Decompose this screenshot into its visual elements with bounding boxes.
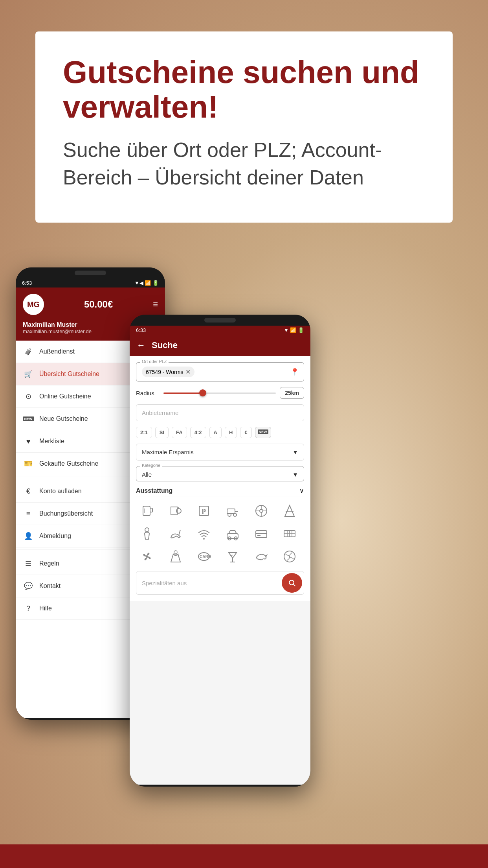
euro-icon: € [23,486,34,497]
subtitle: Suche über Ort oder PLZ; Account-Bereich… [63,136,425,191]
icon-solar[interactable] [279,524,301,544]
search-button[interactable] [282,573,302,593]
svg-point-42 [289,580,294,585]
svg-rect-8 [227,509,235,514]
phone-notch-left [16,267,165,278]
radius-label: Radius [136,390,160,396]
radius-thumb[interactable] [199,389,206,396]
icon-woman[interactable] [136,524,158,544]
person-icon: 👤 [23,531,34,542]
icon-dolphin[interactable] [250,547,272,566]
ausstattung-label: Ausstattung [136,487,172,494]
chip-a[interactable]: A [209,427,222,438]
heart-icon: ♥ [23,436,34,447]
icon-cocktail[interactable] [222,547,244,566]
svg-point-20 [145,528,149,532]
time-left: 6:53 [22,280,32,286]
kategorie-inner: Alle ▼ [142,470,298,478]
svg-rect-1 [150,508,152,512]
status-icons-right: ▼ 📶 🔋 [284,327,304,333]
icon-wifi[interactable] [193,524,215,544]
radius-slider[interactable] [163,389,276,397]
chip-si[interactable]: SI [155,427,169,438]
header-amount: 50.00€ [84,299,113,310]
globe-icon: ⊙ [23,391,34,402]
search-title: Suche [152,340,178,350]
chip-4to2[interactable]: 4:2 [190,427,206,438]
svg-line-21 [179,530,180,535]
bottom-nav-right: ◁ ● ■ [130,785,310,787]
icon-machine[interactable] [165,501,187,521]
icon-credit[interactable]: CARD [193,547,215,566]
hamburger-menu[interactable]: ≡ [153,299,158,310]
svg-rect-23 [227,534,238,538]
mg-logo: MG [23,294,44,315]
svg-text:CARD: CARD [200,555,211,559]
svg-point-34 [146,555,148,558]
kategorie-label: Kategorie [140,463,162,468]
svg-point-22 [203,538,205,540]
kategorie-chevron: ▼ [292,471,298,478]
svg-rect-26 [256,531,267,538]
svg-line-43 [294,584,295,586]
radius-track [163,393,276,394]
kategorie-field[interactable]: Kategorie Alle ▼ [136,466,304,481]
status-bar-right: 6:33 ▼ 📶 🔋 [130,326,310,335]
chip-h[interactable]: H [225,427,237,438]
svg-text:P: P [202,508,206,516]
phone-notch-right [130,315,310,326]
filter-chips: 2:1 SI FA 4:2 A H € NEW [136,427,304,438]
location-pin-icon: 📍 [290,368,299,376]
ticket-icon: 🎫 [23,458,34,469]
location-field-label: Ort oder PLZ [140,359,169,364]
search-content: Ort oder PLZ 67549 - Worms ✕ 📍 Radius 25… [130,356,310,601]
radius-value: 25km [280,387,304,399]
icon-dress[interactable] [165,547,187,566]
svg-marker-18 [285,505,294,516]
icon-heels[interactable] [165,524,187,544]
search-header: ← Suche [130,335,310,356]
icon-beer[interactable] [136,501,158,521]
headline: Gutscheine suchen und verwalten! [63,55,425,124]
chip-fa[interactable]: FA [172,427,187,438]
chip-2to1[interactable]: 2:1 [136,427,152,438]
icon-grid: P [136,501,304,566]
max-savings-label: Maximale Ersparnis [142,449,194,455]
ausstattung-chevron: ∨ [299,487,304,494]
rules-icon: ☰ [23,558,34,569]
specialities-row[interactable]: Spezialitäten aus [136,571,304,595]
kategorie-value: Alle [142,471,152,478]
max-savings-dropdown[interactable]: Maximale Ersparnis ▼ [136,444,304,461]
briefcase-icon [23,346,34,357]
phone-right-content: ← Suche Ort oder PLZ 67549 - Worms ✕ 📍 R… [130,335,310,785]
icon-trailer[interactable] [222,501,244,521]
new-icon: NEW [23,413,34,424]
status-icons-left: ▼◀ 📶 🔋 [134,280,159,286]
phone-right: 6:33 ▼ 📶 🔋 ← Suche Ort oder PLZ 67549 - … [130,315,310,787]
location-tag: 67549 - Worms ✕ [142,367,194,377]
back-arrow-button[interactable]: ← [137,340,145,350]
top-card: Gutscheine suchen und verwalten! Suche ü… [35,31,453,223]
status-bar-left: 6:53 ▼◀ 📶 🔋 [16,278,165,287]
icon-ball[interactable] [279,547,301,566]
icon-parking[interactable]: P [193,501,215,521]
icon-fan[interactable] [136,547,158,566]
svg-point-13 [260,509,263,512]
chip-euro[interactable]: € [240,427,251,438]
provider-field[interactable]: Anbietername [136,404,304,421]
icon-cone[interactable] [279,501,301,521]
location-field[interactable]: Ort oder PLZ 67549 - Worms ✕ 📍 [136,362,304,381]
chip-new[interactable]: NEW [255,427,271,438]
svg-rect-28 [257,535,261,536]
icon-card[interactable] [250,524,272,544]
specialities-input[interactable]: Spezialitäten aus [136,575,280,591]
icon-wheel[interactable] [250,501,272,521]
provider-placeholder: Anbietername [142,409,178,416]
location-clear-button[interactable]: ✕ [185,368,191,376]
ausstattung-row[interactable]: Ausstattung ∨ [136,487,304,496]
cart-icon: 🛒 [23,369,34,380]
book-icon: ≡ [23,508,34,519]
icon-car[interactable] [222,524,244,544]
max-savings-chevron: ▼ [292,449,298,455]
bottom-bar [0,844,488,868]
